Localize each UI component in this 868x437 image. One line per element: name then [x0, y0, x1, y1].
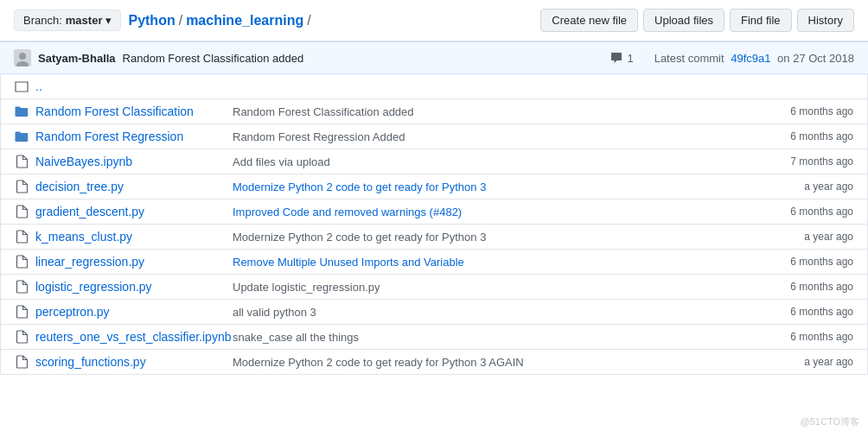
- file-icon: [15, 280, 29, 294]
- file-time: 6 months ago: [750, 206, 853, 218]
- folder-icon: [15, 104, 29, 118]
- file-name[interactable]: logistic_regression.py: [35, 280, 226, 294]
- table-row: NaiveBayes.ipynb Add files via upload 7 …: [1, 149, 867, 174]
- file-icon: [15, 330, 29, 344]
- folder-time: 6 months ago: [750, 105, 853, 117]
- breadcrumb-python[interactable]: Python: [128, 13, 175, 28]
- file-icon: [15, 155, 29, 168]
- breadcrumb: Python / machine_learning /: [128, 13, 310, 28]
- file-time: 6 months ago: [750, 306, 853, 318]
- file-icon: [15, 205, 29, 218]
- file-icon: [15, 180, 29, 193]
- file-commit-msg: Add files via upload: [233, 155, 743, 168]
- file-time: a year ago: [750, 180, 853, 193]
- file-name[interactable]: scoring_functions.py: [35, 355, 226, 369]
- folder-name[interactable]: Random Forest Classification: [35, 104, 226, 118]
- branch-selector[interactable]: Branch: master ▾: [14, 10, 121, 31]
- folder-time: 6 months ago: [750, 130, 853, 142]
- comment-count: 1: [627, 52, 633, 65]
- file-time: a year ago: [750, 356, 853, 368]
- top-bar-right: Create new file Upload files Find file H…: [540, 9, 854, 32]
- table-row: ..: [1, 74, 867, 99]
- commit-bar: Satyam-Bhalla Random Forest Classificati…: [0, 41, 868, 74]
- folder-commit-msg: Random Forest Classification added: [233, 105, 743, 118]
- file-name[interactable]: linear_regression.py: [35, 255, 226, 269]
- latest-commit-label: Latest commit 49fc9a1 on 27 Oct 2018: [654, 52, 854, 65]
- file-time: 7 months ago: [750, 155, 853, 168]
- file-commit-msg: snake_case all the things: [233, 331, 743, 344]
- breadcrumb-machine-learning[interactable]: machine_learning: [186, 13, 303, 28]
- file-commit-msg: Modernize Python 2 code to get ready for…: [233, 356, 743, 369]
- top-bar: Branch: master ▾ Python / machine_learni…: [0, 0, 868, 41]
- file-name[interactable]: NaiveBayes.ipynb: [35, 155, 226, 168]
- commit-author[interactable]: Satyam-Bhalla: [38, 52, 116, 65]
- table-row: scoring_functions.py Modernize Python 2 …: [1, 350, 867, 374]
- table-row: reuters_one_vs_rest_classifier.ipynb sna…: [1, 325, 867, 350]
- file-name[interactable]: gradient_descent.py: [35, 205, 226, 218]
- commit-message: Random Forest Classification added: [123, 52, 304, 65]
- parent-dir-link[interactable]: ..: [35, 79, 226, 93]
- file-name[interactable]: k_means_clust.py: [35, 230, 226, 244]
- table-row: Random Forest Regression Random Forest R…: [1, 124, 867, 149]
- table-row: Random Forest Classification Random Fore…: [1, 99, 867, 124]
- table-row: k_means_clust.py Modernize Python 2 code…: [1, 225, 867, 250]
- file-name[interactable]: reuters_one_vs_rest_classifier.ipynb: [35, 330, 226, 344]
- file-icon: [15, 230, 29, 244]
- file-commit-msg: Modernize Python 2 code to get ready for…: [233, 231, 743, 244]
- file-time: a year ago: [750, 231, 853, 243]
- parent-dir-icon: [15, 79, 29, 93]
- file-time: 6 months ago: [750, 331, 853, 343]
- folder-commit-msg: Random Forest Regression Added: [233, 130, 743, 143]
- branch-label: Branch:: [23, 14, 62, 27]
- create-new-file-button[interactable]: Create new file: [540, 9, 638, 32]
- file-icon: [15, 305, 29, 319]
- folder-name[interactable]: Random Forest Regression: [35, 130, 226, 143]
- upload-files-button[interactable]: Upload files: [643, 9, 724, 32]
- commit-hash-link[interactable]: 49fc9a1: [731, 52, 770, 65]
- file-commit-msg: Update logistic_regression.py: [233, 281, 743, 294]
- table-row: linear_regression.py Remove Multiple Unu…: [1, 250, 867, 275]
- file-name[interactable]: perceptron.py: [35, 305, 226, 319]
- file-commit-msg: Improved Code and removed warnings (#482…: [233, 206, 743, 218]
- comment-icon-group: 1: [610, 51, 633, 65]
- top-bar-left: Branch: master ▾ Python / machine_learni…: [14, 10, 311, 31]
- author-avatar: [14, 49, 31, 66]
- file-icon: [15, 255, 29, 269]
- folder-icon: [15, 130, 29, 143]
- speech-bubble-icon: [610, 51, 623, 65]
- file-time: 6 months ago: [750, 256, 853, 268]
- table-row: perceptron.py all valid python 3 6 month…: [1, 300, 867, 325]
- file-icon: [15, 355, 29, 369]
- breadcrumb-sep2: /: [307, 13, 310, 28]
- breadcrumb-sep1: /: [179, 13, 182, 28]
- file-commit-msg: Modernize Python 2 code to get ready for…: [233, 180, 743, 193]
- history-button[interactable]: History: [797, 9, 854, 32]
- table-row: decision_tree.py Modernize Python 2 code…: [1, 174, 867, 200]
- find-file-button[interactable]: Find file: [730, 9, 792, 32]
- file-list: .. Random Forest Classification Random F…: [0, 74, 868, 375]
- file-commit-msg: Remove Multiple Unused Imports and Varia…: [233, 256, 743, 269]
- commit-date: on 27 Oct 2018: [777, 52, 854, 65]
- table-row: gradient_descent.py Improved Code and re…: [1, 200, 867, 225]
- table-row: logistic_regression.py Update logistic_r…: [1, 275, 867, 300]
- svg-point-1: [19, 53, 26, 60]
- branch-name: master: [66, 14, 103, 27]
- file-time: 6 months ago: [750, 281, 853, 293]
- file-name[interactable]: decision_tree.py: [35, 180, 226, 193]
- branch-dropdown-icon: ▾: [105, 14, 112, 27]
- file-commit-msg: all valid python 3: [233, 306, 743, 319]
